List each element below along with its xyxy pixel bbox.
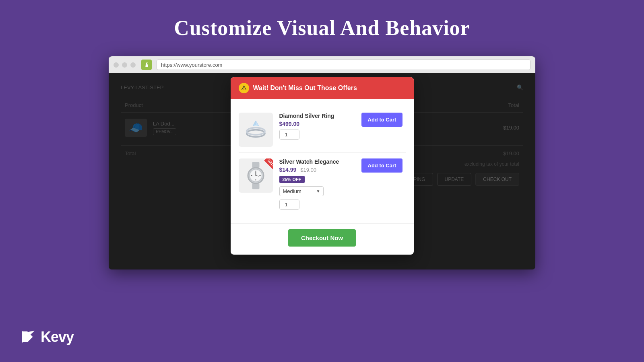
modal-product-1: Diamond Silver Ring $499.00 Add to Cart [239,107,406,153]
kevy-icon [20,328,38,346]
product-2-name: Silver Watch Elegance [279,158,355,165]
product-1-details: Diamond Silver Ring $499.00 [279,113,355,140]
checkout-now-button[interactable]: Checkout Now [288,229,356,247]
url-text: https://www.yourstore.com [161,62,222,68]
variant-dropdown[interactable]: Medium Small Large [279,186,324,196]
original-price: $19.00 [300,167,316,173]
kevy-logo: Kevy [20,328,74,346]
browser-window: https://www.yourstore.com LEVY-LAST-STEP… [109,56,535,269]
kevy-text: Kevy [41,329,74,346]
modal-body: Diamond Silver Ring $499.00 Add to Cart [231,99,414,223]
add-to-cart-button-2[interactable]: Add to Cart [361,158,403,173]
modal-header: ⚠ Wait! Don't Miss Out Those Offers [231,77,414,99]
product-ring-image [239,113,273,147]
browser-dot-red [114,62,119,68]
browser-dot-yellow [122,62,127,68]
discount-badge: 25% OFF [279,176,305,183]
modal-overlay: ⚠ Wait! Don't Miss Out Those Offers [109,73,535,269]
product-1-action: Add to Cart [361,113,406,127]
browser-dot-green [130,62,136,68]
browser-url-bar[interactable]: https://www.yourstore.com [157,60,530,70]
browser-content: LEVY-LAST-STEP 🔍 Product Total 🧢 LA Dod.… [109,73,535,269]
product-2-details: Silver Watch Elegance $14.99 $19.00 25% … [279,158,355,210]
dropdown-wrapper: Medium Small Large ▼ [279,186,324,196]
page-title: Customize Visual and Behavior [0,0,644,40]
product-1-name: Diamond Silver Ring [279,113,355,119]
upsell-modal: ⚠ Wait! Don't Miss Out Those Offers [231,77,414,255]
product-2-price: $14.99 $19.00 [279,167,355,173]
variant-selector: Medium Small Large ▼ [279,186,355,196]
modal-footer: Checkout Now [231,223,414,255]
shopify-icon [141,60,152,70]
add-to-cart-button-1[interactable]: Add to Cart [361,113,403,127]
warning-icon: ⚠ [239,83,249,93]
product-watch-image: SALE [239,158,273,193]
product-2-qty[interactable] [279,200,299,210]
modal-title: Wait! Don't Miss Out Those Offers [253,84,357,92]
product-1-qty[interactable] [279,130,299,140]
modal-product-2: SALE Silver Watch Elegance $14.99 $19.00… [239,153,406,215]
product-1-price: $499.00 [279,121,355,127]
browser-toolbar: https://www.yourstore.com [109,56,535,73]
product-2-action: Add to Cart [361,158,406,173]
